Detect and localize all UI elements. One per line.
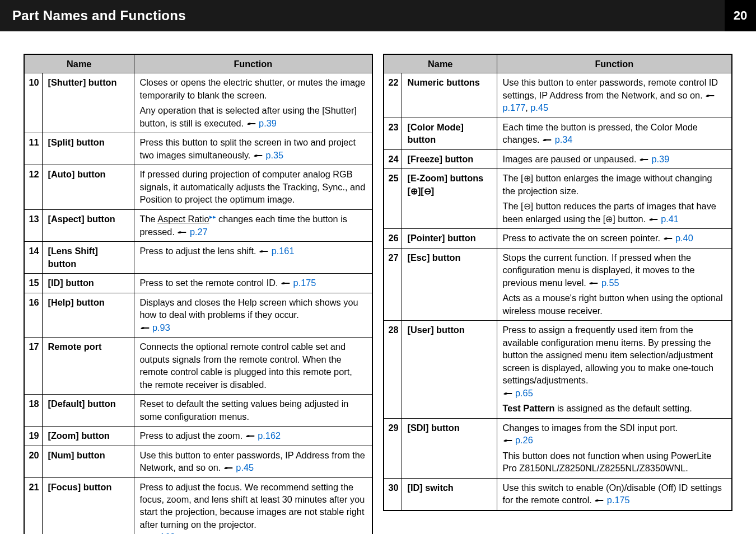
table-row: 27[Esc] buttonStops the current function… xyxy=(384,248,732,320)
row-number: 13 xyxy=(24,209,42,241)
part-function: Press this button to split the screen in… xyxy=(134,133,372,165)
part-name: [Pointer] button xyxy=(402,229,497,248)
page-ref-link[interactable]: p.175 xyxy=(293,278,316,288)
part-function: Images are paused or unpaused. p.39 xyxy=(497,149,732,168)
part-name: [Default] button xyxy=(42,395,134,427)
part-name: [E-Zoom] buttons[⊕][⊖] xyxy=(402,169,497,229)
page-ref-link[interactable]: p.45 xyxy=(530,102,548,113)
table-row: 22Numeric buttonsUse this button to ente… xyxy=(384,73,732,118)
table-row: 14[Lens Shift] buttonPress to adjust the… xyxy=(24,242,372,274)
right-column: Name Function 22Numeric buttonsUse this … xyxy=(383,54,732,534)
table-row: 25[E-Zoom] buttons[⊕][⊖]The [⊕] button e… xyxy=(384,169,732,229)
part-function: Use this button to enter passwords, IP A… xyxy=(134,446,372,477)
function-text: Acts as a mouse's right button when usin… xyxy=(503,292,726,317)
function-text: Press this button to split the screen in… xyxy=(140,136,367,161)
table-row: 23[Color Mode] buttonEach time the butto… xyxy=(384,118,732,149)
row-number: 30 xyxy=(384,478,402,510)
page-title: Part Names and Functions xyxy=(12,8,186,24)
function-text: Reset to default the setting values bein… xyxy=(140,397,367,423)
part-name: Remote port xyxy=(42,338,134,395)
table-row: 19[Zoom] buttonPress to adjust the zoom.… xyxy=(24,427,372,446)
part-name: [User] button xyxy=(402,321,497,418)
row-number: 15 xyxy=(24,274,42,293)
table-row: 16[Help] buttonDisplays and closes the H… xyxy=(24,293,372,337)
page-ref-link[interactable]: p.65 xyxy=(515,388,533,398)
page-ref-link[interactable]: p.45 xyxy=(236,462,254,472)
part-name: [Num] button xyxy=(42,446,134,477)
row-number: 24 xyxy=(384,149,402,168)
function-text: Use this switch to enable (On)/disable (… xyxy=(503,481,726,507)
page-ref-link[interactable]: p.41 xyxy=(661,214,679,224)
part-function: Displays and closes the Help screen whic… xyxy=(134,293,372,337)
glossary-link[interactable]: Aspect Ratio xyxy=(157,214,209,224)
page-ref-link[interactable]: p.162 xyxy=(152,532,175,534)
part-name: [Help] button xyxy=(42,293,134,337)
function-text: Press to adjust the lens shift. p.161 xyxy=(140,245,367,257)
part-name: [Lens Shift] button xyxy=(42,242,134,274)
row-number: 16 xyxy=(24,293,42,337)
part-function: Press to activate the on screen pointer.… xyxy=(497,229,732,248)
part-function: Press to set the remote control ID. p.17… xyxy=(134,274,372,293)
function-text: Stops the current function. If pressed w… xyxy=(503,251,726,289)
page-ref-link[interactable]: p.175 xyxy=(607,495,630,505)
table-row: 10[Shutter] buttonCloses or opens the el… xyxy=(24,73,372,133)
page-ref-link[interactable]: p.26 xyxy=(515,435,533,445)
part-name: [Color Mode] button xyxy=(402,118,497,149)
part-function: Stops the current function. If pressed w… xyxy=(497,248,732,320)
function-text: Connects the optional remote control cab… xyxy=(140,340,367,391)
part-name: [Aspect] button xyxy=(42,209,134,241)
row-number: 17 xyxy=(24,338,42,395)
part-function: Connects the optional remote control cab… xyxy=(134,338,372,395)
row-number: 20 xyxy=(24,446,42,477)
content-area: Name Function 10[Shutter] buttonCloses o… xyxy=(0,31,756,534)
page-ref-link[interactable]: p.40 xyxy=(675,233,693,243)
part-function: Each time the button is pressed, the Col… xyxy=(497,118,732,149)
row-number: 28 xyxy=(384,321,402,418)
function-text: Press to assign a frequently used item f… xyxy=(503,324,726,399)
table-row: 20[Num] buttonUse this button to enter p… xyxy=(24,446,372,477)
function-text: Press to set the remote control ID. p.17… xyxy=(140,277,367,289)
col-header-function: Function xyxy=(497,54,732,73)
part-function: Press to assign a frequently used item f… xyxy=(497,321,732,418)
row-number: 26 xyxy=(384,229,402,248)
row-number: 10 xyxy=(24,73,42,133)
part-function: Use this button to enter passwords, remo… xyxy=(497,73,732,118)
page-ref-link[interactable]: p.39 xyxy=(652,154,670,164)
part-function: Press to adjust the lens shift. p.161 xyxy=(134,242,372,274)
part-function: The Aspect Ratio▸▸ changes each time the… xyxy=(134,209,372,241)
part-name: [Freeze] button xyxy=(402,149,497,168)
col-header-name: Name xyxy=(24,54,134,73)
function-text: If pressed during projection of computer… xyxy=(140,168,367,205)
row-number: 19 xyxy=(24,427,42,446)
page-ref-link[interactable]: p.162 xyxy=(258,430,281,441)
row-number: 18 xyxy=(24,395,42,427)
part-function: Press to adjust the focus. We recommend … xyxy=(134,477,372,534)
row-number: 27 xyxy=(384,248,402,320)
row-number: 23 xyxy=(384,118,402,149)
part-name: [ID] button xyxy=(42,274,134,293)
page-ref-link[interactable]: p.177 xyxy=(503,102,526,113)
table-row: 12[Auto] buttonIf pressed during project… xyxy=(24,165,372,209)
part-function: Reset to default the setting values bein… xyxy=(134,395,372,427)
col-header-function: Function xyxy=(134,54,372,73)
part-function: Closes or opens the electric shutter, or… xyxy=(134,73,372,133)
col-header-name: Name xyxy=(384,54,497,73)
page-ref-link[interactable]: p.161 xyxy=(272,246,295,256)
page-ref-link[interactable]: p.93 xyxy=(152,322,170,332)
row-number: 29 xyxy=(384,418,402,478)
part-name: [SDI] button xyxy=(402,418,497,478)
page-ref-link[interactable]: p.35 xyxy=(265,150,283,160)
page-ref-link[interactable]: p.39 xyxy=(259,118,277,128)
page-ref-link[interactable]: p.27 xyxy=(190,227,208,237)
function-text: Use this button to enter passwords, IP A… xyxy=(140,449,367,474)
part-name: [Zoom] button xyxy=(42,427,134,446)
function-text: Closes or opens the electric shutter, or… xyxy=(140,76,367,101)
page-ref-link[interactable]: p.55 xyxy=(601,278,619,288)
page-ref-link[interactable]: p.34 xyxy=(555,134,573,144)
function-text: The Aspect Ratio▸▸ changes each time the… xyxy=(140,213,367,238)
part-function: Changes to images from the SDI input por… xyxy=(497,418,732,478)
function-text: Each time the button is pressed, the Col… xyxy=(503,121,726,146)
function-text: This button does not function when using… xyxy=(503,449,726,475)
function-text: Press to adjust the zoom. p.162 xyxy=(140,429,367,442)
function-text: Test Pattern is assigned as the default … xyxy=(503,402,726,414)
